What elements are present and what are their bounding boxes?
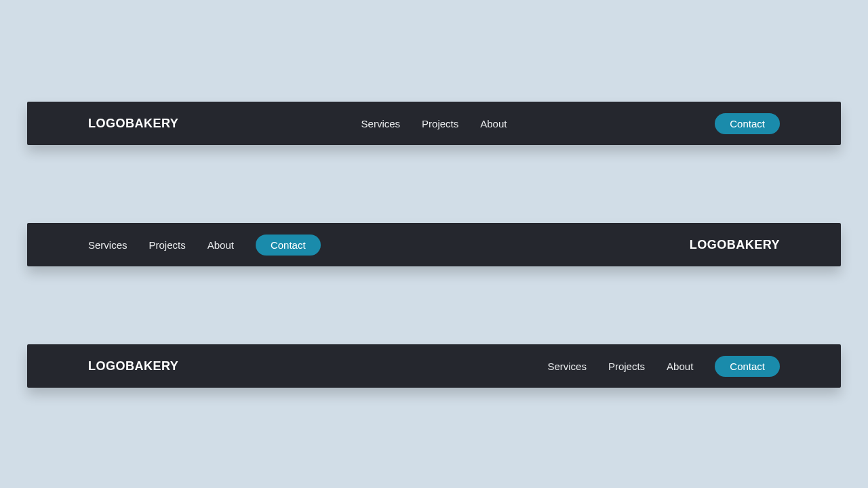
nav-links: Services Projects About xyxy=(88,239,234,251)
nav-about[interactable]: About xyxy=(480,118,507,129)
nav-projects[interactable]: Projects xyxy=(149,239,186,251)
brand-logo[interactable]: LOGOBAKERY xyxy=(88,117,178,131)
nav-services[interactable]: Services xyxy=(361,118,401,129)
nav-services[interactable]: Services xyxy=(547,361,587,372)
brand-logo[interactable]: LOGOBAKERY xyxy=(88,359,178,373)
nav-projects[interactable]: Projects xyxy=(422,118,458,129)
navbar-variant-centered: LOGOBAKERY Services Projects About Conta… xyxy=(27,102,841,145)
nav-about[interactable]: About xyxy=(208,239,234,251)
nav-links: Services Projects About xyxy=(361,118,507,129)
contact-button[interactable]: Contact xyxy=(715,356,780,377)
nav-projects[interactable]: Projects xyxy=(608,361,645,372)
nav-services[interactable]: Services xyxy=(88,239,127,251)
contact-button[interactable]: Contact xyxy=(715,113,780,134)
brand-logo[interactable]: LOGOBAKERY xyxy=(690,238,780,252)
contact-button[interactable]: Contact xyxy=(256,235,321,256)
nav-links: Services Projects About xyxy=(547,361,693,372)
navbar-variant-right-aligned: LOGOBAKERY Services Projects About Conta… xyxy=(27,344,841,388)
navbar-variant-logo-right: Services Projects About Contact LOGOBAKE… xyxy=(27,223,841,266)
nav-about[interactable]: About xyxy=(667,361,693,372)
